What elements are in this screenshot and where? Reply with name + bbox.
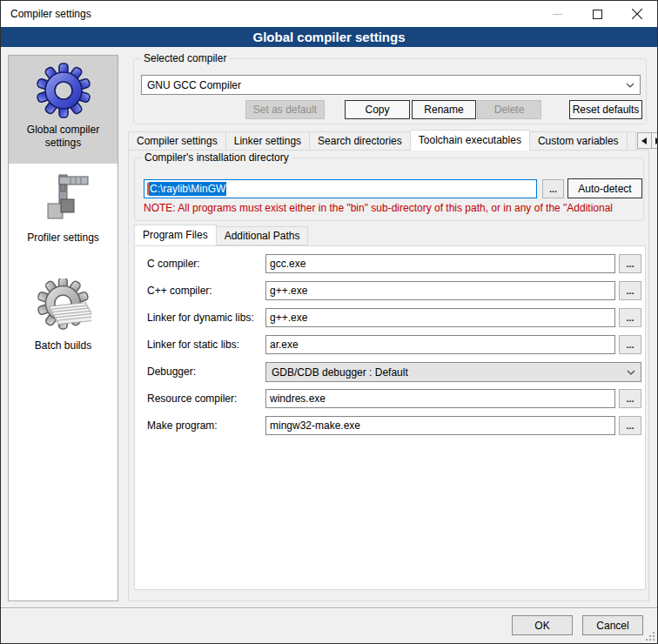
close-icon bbox=[632, 9, 642, 19]
tab-build-options[interactable]: Build options bbox=[627, 131, 636, 151]
cancel-button[interactable]: Cancel bbox=[582, 615, 643, 635]
compiler-settings-dialog: Compiler settings Global compiler settin… bbox=[0, 0, 658, 644]
resource-compiler-input[interactable] bbox=[265, 389, 615, 408]
installation-directory-group-label: Compiler's installation directory bbox=[142, 151, 292, 164]
field-label: Resource compiler: bbox=[147, 389, 237, 408]
chevron-down-icon bbox=[627, 370, 635, 375]
tab-scroll-buttons bbox=[638, 132, 658, 149]
installation-directory-value: C:\raylib\MinGW bbox=[149, 182, 226, 196]
sidebar-item-global-compiler-settings[interactable]: Global compiler settings bbox=[9, 56, 118, 164]
dialog-banner: Global compiler settings bbox=[1, 27, 657, 47]
dynamic-linker-browse-button[interactable]: ... bbox=[619, 308, 641, 327]
tab-scroll-left-button[interactable] bbox=[637, 132, 652, 149]
field-label: Linker for static libs: bbox=[147, 335, 239, 354]
selected-compiler-group: Selected compiler GNU GCC Compiler Set a… bbox=[133, 58, 647, 124]
field-label: Debugger: bbox=[147, 362, 196, 381]
tab-search-directories[interactable]: Search directories bbox=[309, 131, 411, 151]
banner-title: Global compiler settings bbox=[252, 30, 405, 44]
close-button[interactable] bbox=[617, 1, 657, 27]
delete-button: Delete bbox=[477, 100, 541, 119]
chevron-down-icon bbox=[626, 83, 634, 88]
installation-directory-input[interactable]: C:\raylib\MinGW bbox=[144, 179, 537, 198]
sidebar-item-label: Global compiler settings bbox=[9, 124, 118, 150]
c-compiler-browse-button[interactable]: ... bbox=[619, 254, 641, 273]
c-compiler-input[interactable] bbox=[265, 254, 615, 273]
window-title: Compiler settings bbox=[1, 8, 91, 20]
compiler-select-value: GNU GCC Compiler bbox=[147, 79, 241, 91]
field-row-debugger: Debugger: GDB/CDB debugger : Default bbox=[135, 362, 645, 382]
cpp-compiler-input[interactable] bbox=[265, 281, 615, 300]
field-label: Make program: bbox=[147, 416, 218, 435]
sidebar-item-batch-builds[interactable]: Batch builds bbox=[9, 272, 118, 379]
field-row-make-program: Make program: ... bbox=[135, 416, 645, 435]
field-label: C++ compiler: bbox=[147, 281, 212, 300]
blue-gear-icon bbox=[36, 63, 91, 118]
debugger-select[interactable]: GDB/CDB debugger : Default bbox=[265, 362, 641, 382]
selected-compiler-group-label: Selected compiler bbox=[141, 52, 229, 65]
bin-directory-note: NOTE: All programs must exist either in … bbox=[144, 202, 643, 214]
maximize-button[interactable] bbox=[577, 1, 617, 27]
rename-button[interactable]: Rename bbox=[412, 100, 476, 119]
compiler-select[interactable]: GNU GCC Compiler bbox=[141, 75, 641, 95]
caliper-icon bbox=[36, 171, 91, 226]
field-label: Linker for dynamic libs: bbox=[147, 308, 254, 327]
title-bar[interactable]: Compiler settings bbox=[1, 1, 657, 27]
dynamic-linker-input[interactable] bbox=[265, 308, 615, 327]
settings-category-list: Global compiler settings Profiler settin… bbox=[8, 55, 118, 601]
tab-scroll-right-button[interactable] bbox=[651, 132, 658, 149]
static-linker-browse-button[interactable]: ... bbox=[619, 335, 641, 354]
caption-buttons bbox=[537, 1, 657, 27]
sidebar-item-profiler-settings[interactable]: Profiler settings bbox=[9, 164, 118, 272]
field-row-dynamic-linker: Linker for dynamic libs: ... bbox=[135, 308, 645, 327]
static-linker-input[interactable] bbox=[265, 335, 615, 354]
cpp-compiler-browse-button[interactable]: ... bbox=[619, 281, 641, 300]
field-label: C compiler: bbox=[147, 254, 200, 273]
program-files-tabs: Program Files Additional Paths bbox=[134, 226, 308, 245]
maximize-icon bbox=[593, 10, 602, 19]
tab-compiler-settings[interactable]: Compiler settings bbox=[128, 131, 226, 151]
copy-button[interactable]: Copy bbox=[345, 100, 410, 119]
ok-button[interactable]: OK bbox=[512, 615, 573, 635]
program-files-panel: C compiler: ... C++ compiler: ... Linker… bbox=[134, 245, 646, 590]
footer-divider bbox=[1, 607, 657, 609]
installation-directory-browse-button[interactable]: ... bbox=[542, 179, 564, 198]
subtab-additional-paths[interactable]: Additional Paths bbox=[216, 226, 309, 245]
batch-builds-gear-icon bbox=[36, 278, 91, 334]
minimize-icon bbox=[553, 10, 562, 19]
sidebar-item-label: Profiler settings bbox=[24, 231, 103, 245]
left-arrow-icon bbox=[641, 138, 647, 144]
field-row-resource-compiler: Resource compiler: ... bbox=[135, 389, 645, 408]
reset-defaults-button[interactable]: Reset defaults bbox=[569, 100, 642, 119]
compiler-tabs: Compiler settings Linker settings Search… bbox=[128, 131, 650, 151]
sidebar-item-label: Batch builds bbox=[31, 339, 95, 352]
resource-compiler-browse-button[interactable]: ... bbox=[619, 389, 641, 408]
set-as-default-button: Set as default bbox=[245, 100, 325, 119]
make-program-browse-button[interactable]: ... bbox=[619, 416, 641, 435]
subtab-program-files[interactable]: Program Files bbox=[134, 225, 217, 245]
make-program-input[interactable] bbox=[265, 416, 615, 435]
tab-linker-settings[interactable]: Linker settings bbox=[225, 131, 310, 151]
tab-toolchain-executables[interactable]: Toolchain executables bbox=[410, 130, 530, 151]
resize-grip[interactable] bbox=[646, 632, 655, 641]
field-row-cpp-compiler: C++ compiler: ... bbox=[135, 281, 645, 300]
field-row-c-compiler: C compiler: ... bbox=[135, 254, 645, 273]
toolchain-executables-page: Compiler's installation directory C:\ray… bbox=[128, 150, 649, 601]
tab-custom-variables[interactable]: Custom variables bbox=[529, 131, 628, 151]
minimize-button bbox=[537, 1, 577, 27]
field-row-static-linker: Linker for static libs: ... bbox=[135, 335, 645, 354]
installation-directory-group: Compiler's installation directory C:\ray… bbox=[134, 158, 644, 221]
debugger-select-value: GDB/CDB debugger : Default bbox=[272, 366, 408, 379]
auto-detect-button[interactable]: Auto-detect bbox=[567, 178, 642, 198]
